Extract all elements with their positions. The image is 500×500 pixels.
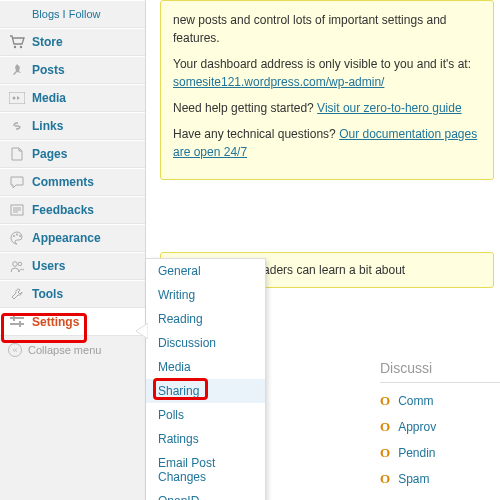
- cart-icon: [8, 33, 26, 51]
- sidebar-item-label: Appearance: [32, 231, 101, 245]
- svg-point-5: [13, 235, 15, 237]
- discussion-widget: Discussi OComm OApprov OPendin OSpam: [380, 360, 500, 497]
- main-content: new posts and control lots of important …: [146, 0, 500, 300]
- follow-icon: [8, 5, 26, 23]
- discussion-row-spam[interactable]: OSpam: [380, 471, 500, 487]
- sidebar-item-label: Blogs I Follow: [32, 8, 100, 20]
- welcome-notice: new posts and control lots of important …: [160, 0, 494, 180]
- svg-rect-11: [13, 315, 15, 321]
- count-badge: O: [380, 471, 390, 487]
- notice-line: new posts and control lots of important …: [173, 11, 481, 47]
- sidebar-item-pages[interactable]: Pages: [0, 140, 145, 168]
- sidebar-item-label: Users: [32, 259, 65, 273]
- submenu-arrow-icon: [134, 323, 148, 339]
- svg-point-8: [13, 261, 18, 266]
- submenu-item-writing[interactable]: Writing: [146, 283, 265, 307]
- count-badge: O: [380, 445, 390, 461]
- sidebar-item-settings[interactable]: Settings: [0, 308, 145, 336]
- collapse-label: Collapse menu: [28, 344, 101, 356]
- sidebar-item-blogs-i-follow[interactable]: Blogs I Follow: [0, 0, 145, 28]
- sidebar-item-store[interactable]: Store: [0, 28, 145, 56]
- settings-icon: [8, 313, 26, 331]
- discussion-row-comments[interactable]: OComm: [380, 393, 500, 409]
- count-badge: O: [380, 393, 390, 409]
- collapse-icon: «: [8, 343, 22, 357]
- page-icon: [8, 145, 26, 163]
- svg-rect-10: [10, 317, 24, 319]
- sidebar-item-label: Tools: [32, 287, 63, 301]
- media-icon: [8, 89, 26, 107]
- sidebar-item-feedbacks[interactable]: Feedbacks: [0, 196, 145, 224]
- sidebar-item-label: Links: [32, 119, 63, 133]
- submenu-item-reading[interactable]: Reading: [146, 307, 265, 331]
- sidebar-item-label: Store: [32, 35, 63, 49]
- submenu-item-openid[interactable]: OpenID: [146, 489, 265, 500]
- discussion-title: Discussi: [380, 360, 500, 383]
- link-icon: [8, 117, 26, 135]
- discussion-row-pending[interactable]: OPendin: [380, 445, 500, 461]
- sidebar-item-label: Media: [32, 91, 66, 105]
- svg-point-6: [16, 234, 18, 236]
- submenu-item-media[interactable]: Media: [146, 355, 265, 379]
- svg-point-0: [14, 46, 16, 48]
- sidebar-item-tools[interactable]: Tools: [0, 280, 145, 308]
- sidebar-item-label: Comments: [32, 175, 94, 189]
- submenu-item-discussion[interactable]: Discussion: [146, 331, 265, 355]
- notice-line: Have any technical questions? Our docume…: [173, 125, 481, 161]
- discussion-row-approved[interactable]: OApprov: [380, 419, 500, 435]
- users-icon: [8, 257, 26, 275]
- svg-rect-13: [19, 321, 21, 327]
- submenu-item-ratings[interactable]: Ratings: [146, 427, 265, 451]
- svg-point-1: [20, 46, 22, 48]
- svg-point-9: [18, 262, 22, 266]
- sidebar-item-users[interactable]: Users: [0, 252, 145, 280]
- admin-sidebar: Blogs I Follow Store Posts Media Links P…: [0, 0, 146, 500]
- settings-submenu: General Writing Reading Discussion Media…: [146, 258, 266, 500]
- appearance-icon: [8, 229, 26, 247]
- submenu-item-polls[interactable]: Polls: [146, 403, 265, 427]
- sidebar-item-links[interactable]: Links: [0, 112, 145, 140]
- collapse-menu[interactable]: « Collapse menu: [0, 336, 145, 364]
- tools-icon: [8, 285, 26, 303]
- submenu-item-sharing[interactable]: Sharing: [146, 379, 265, 403]
- sidebar-item-comments[interactable]: Comments: [0, 168, 145, 196]
- dashboard-url-link[interactable]: somesite121.wordpress.com/wp-admin/: [173, 75, 384, 89]
- sidebar-item-posts[interactable]: Posts: [0, 56, 145, 84]
- sidebar-item-label: Posts: [32, 63, 65, 77]
- count-badge: O: [380, 419, 390, 435]
- sidebar-item-label: Feedbacks: [32, 203, 94, 217]
- sidebar-item-appearance[interactable]: Appearance: [0, 224, 145, 252]
- zero-to-hero-link[interactable]: Visit our zero-to-hero guide: [317, 101, 462, 115]
- notice-line: Need help getting started? Visit our zer…: [173, 99, 481, 117]
- svg-point-7: [19, 235, 21, 237]
- submenu-item-general[interactable]: General: [146, 259, 265, 283]
- svg-point-3: [13, 97, 16, 100]
- pin-icon: [8, 61, 26, 79]
- sidebar-item-media[interactable]: Media: [0, 84, 145, 112]
- sidebar-item-label: Pages: [32, 147, 67, 161]
- notice-line: Your dashboard address is only visible t…: [173, 55, 481, 91]
- feedback-icon: [8, 201, 26, 219]
- submenu-item-email-post-changes[interactable]: Email Post Changes: [146, 451, 265, 489]
- sidebar-item-label: Settings: [32, 315, 79, 329]
- comment-icon: [8, 173, 26, 191]
- svg-rect-12: [10, 323, 24, 325]
